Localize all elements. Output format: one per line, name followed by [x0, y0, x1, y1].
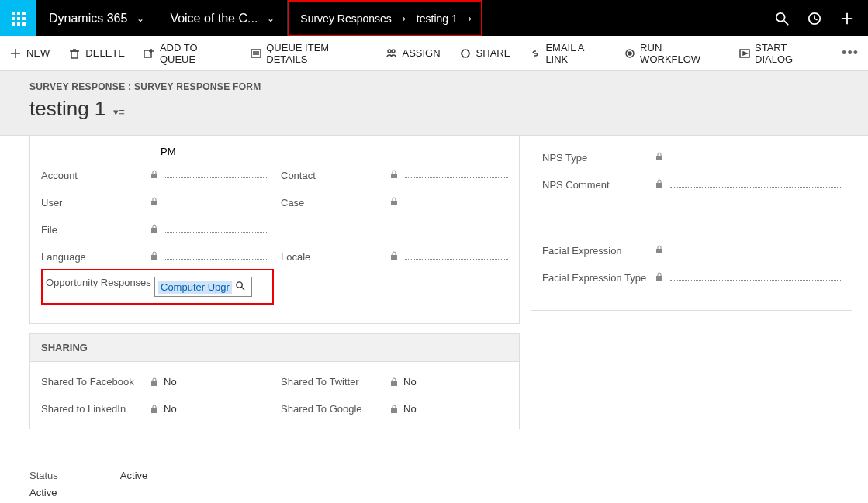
- form-body: PM Account User File: [0, 136, 868, 429]
- search-icon[interactable]: [235, 281, 245, 293]
- chevron-down-icon: ⌄: [267, 13, 275, 24]
- footer-status-bar: Status Active: [29, 463, 852, 481]
- svg-rect-0: [12, 12, 15, 15]
- lock-icon: [150, 224, 159, 233]
- add-to-queue-button[interactable]: ADD TO QUEUE: [144, 42, 231, 65]
- field-nps-comment: NPS Comment: [542, 171, 841, 198]
- field-case: Case: [281, 189, 508, 216]
- link-icon: [529, 47, 541, 60]
- field-file: File: [41, 216, 268, 243]
- chevron-down-icon: ⌄: [137, 13, 144, 24]
- field-contact: Contact: [281, 162, 508, 189]
- dialog-icon: [738, 47, 750, 60]
- share-button[interactable]: SHARE: [459, 47, 511, 60]
- svg-point-40: [237, 282, 242, 288]
- lock-icon: [389, 197, 399, 206]
- assign-icon: [385, 47, 397, 60]
- field-locale: Locale: [281, 243, 508, 270]
- sharing-header[interactable]: SHARING: [29, 333, 520, 362]
- lock-icon: [150, 170, 159, 179]
- breadcrumb: Survey Responses › testing 1 ›: [288, 0, 482, 36]
- field-account: Account: [41, 162, 268, 189]
- field-shared-linkedin: Shared to LinkedIn No: [41, 395, 268, 422]
- nav-area[interactable]: Voice of the C... ⌄: [157, 0, 288, 36]
- field-language: Language: [41, 243, 268, 270]
- svg-point-30: [628, 52, 631, 55]
- svg-rect-46: [656, 156, 662, 160]
- svg-rect-6: [12, 22, 15, 26]
- record-title-menu[interactable]: ▾≡: [113, 106, 125, 118]
- field-facial-expression: Facial Expression: [542, 237, 841, 264]
- lock-icon: [389, 251, 399, 260]
- lock-icon: [655, 179, 664, 188]
- waffle-icon: [12, 12, 26, 26]
- lock-icon: [389, 377, 399, 387]
- start-dialog-button[interactable]: START DIALOG: [738, 42, 823, 65]
- svg-rect-16: [71, 51, 78, 58]
- breadcrumb-parent[interactable]: Survey Responses: [289, 12, 403, 25]
- svg-rect-37: [391, 174, 397, 178]
- delete-button[interactable]: DELETE: [68, 47, 125, 60]
- new-record-icon[interactable]: [840, 12, 854, 26]
- command-bar: NEW DELETE ADD TO QUEUE QUEUE ITEM DETAI…: [0, 36, 868, 71]
- more-commands-button[interactable]: •••: [842, 45, 859, 61]
- svg-rect-42: [151, 381, 157, 386]
- main-form-card: PM Account User File: [29, 136, 520, 324]
- entity-path: SURVEY RESPONSE : SURVEY RESPONSE FORM: [29, 81, 868, 92]
- status-label: Status: [29, 470, 58, 481]
- svg-rect-8: [22, 22, 26, 26]
- opportunity-lookup[interactable]: Computer Upgr: [154, 277, 252, 297]
- nav-brand[interactable]: Dynamics 365 ⌄: [36, 0, 157, 36]
- run-workflow-button[interactable]: RUN WORKFLOW: [624, 42, 720, 65]
- svg-rect-35: [151, 228, 157, 233]
- lock-icon: [389, 405, 399, 414]
- lock-icon: [150, 197, 159, 206]
- svg-rect-33: [151, 174, 157, 178]
- plus-icon: [9, 47, 22, 60]
- svg-line-41: [241, 287, 244, 290]
- svg-point-9: [776, 12, 785, 21]
- field-shared-facebook: Shared To Facebook No: [41, 368, 268, 395]
- field-opportunity-responses: Opportunity Responses Computer Upgr: [46, 272, 269, 301]
- top-right-icons: [775, 0, 868, 36]
- lock-icon: [655, 245, 664, 254]
- trash-icon: [68, 47, 81, 60]
- recent-icon[interactable]: [807, 12, 821, 26]
- breadcrumb-current[interactable]: testing 1: [406, 12, 469, 25]
- field-shared-google: Shared To Google No: [281, 395, 508, 422]
- queue-add-icon: [144, 47, 155, 60]
- svg-rect-43: [151, 408, 157, 413]
- right-form-card: NPS Type NPS Comment Facial Expression F…: [531, 136, 852, 311]
- svg-point-26: [392, 50, 395, 53]
- nav-area-label: Voice of the C...: [170, 12, 258, 26]
- email-link-button[interactable]: EMAIL A LINK: [529, 42, 605, 65]
- form-header: SURVEY RESPONSE : SURVEY RESPONSE FORM t…: [0, 71, 868, 136]
- svg-rect-48: [656, 249, 662, 253]
- highlighted-field: Opportunity Responses Computer Upgr: [41, 269, 274, 305]
- search-icon[interactable]: [775, 12, 789, 26]
- new-button[interactable]: NEW: [9, 47, 50, 60]
- field-shared-twitter: Shared To Twitter No: [281, 368, 508, 395]
- footer-state: Active: [29, 487, 57, 498]
- assign-button[interactable]: ASSIGN: [385, 47, 440, 60]
- svg-rect-49: [656, 276, 662, 281]
- lookup-selected-value: Computer Upgr: [158, 281, 232, 294]
- queue-details-icon: [250, 47, 261, 60]
- queue-item-details-button[interactable]: QUEUE ITEM DETAILS: [250, 42, 366, 65]
- svg-rect-47: [656, 183, 662, 188]
- svg-marker-32: [743, 52, 747, 55]
- lock-icon: [150, 405, 159, 414]
- svg-rect-36: [151, 255, 157, 260]
- svg-rect-2: [22, 12, 26, 15]
- svg-line-10: [784, 20, 788, 24]
- svg-rect-22: [251, 50, 261, 57]
- svg-point-25: [388, 50, 391, 53]
- svg-rect-38: [391, 201, 397, 205]
- svg-rect-5: [22, 17, 26, 20]
- lock-icon: [150, 251, 159, 260]
- svg-rect-45: [391, 408, 397, 413]
- lock-icon: [655, 272, 664, 281]
- svg-rect-4: [17, 17, 20, 20]
- svg-rect-44: [391, 381, 397, 386]
- app-launcher-button[interactable]: [0, 0, 36, 36]
